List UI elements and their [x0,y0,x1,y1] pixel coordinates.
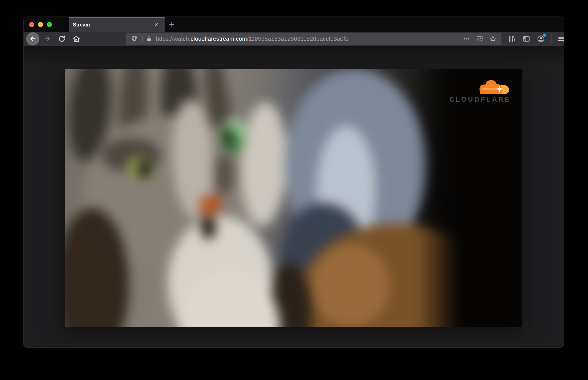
browser-window: Stream ✕ + [24,17,564,347]
back-arrow-icon [29,35,37,43]
url-domain: cloudflarestream.com [190,36,247,42]
reload-button[interactable] [55,32,69,45]
account-button[interactable] [534,32,548,45]
url-bar[interactable]: https://watch.cloudflarestream.com/11859… [126,33,502,45]
url-text: https://watch.cloudflarestream.com/11859… [156,36,348,42]
minimize-window-button[interactable] [38,22,43,27]
account-notification-dot [543,34,546,37]
reload-icon [58,35,66,43]
tab-stream[interactable]: Stream ✕ [69,17,165,32]
tracking-protection-button[interactable] [129,34,139,44]
page-actions [461,34,498,44]
bookmark-star-button[interactable] [488,34,498,44]
urlbar-separator [142,36,143,42]
video-player[interactable]: CLOUDFLARE' [65,69,522,327]
save-to-pocket-button[interactable] [475,34,485,44]
video-frame-cat [65,69,522,327]
url-scheme: https://watch. [156,36,190,42]
pocket-icon [476,35,483,42]
cloudflare-logo: CLOUDFLARE' [438,76,512,103]
tab-close-button[interactable]: ✕ [152,21,160,29]
hamburger-menu-icon [557,35,564,43]
url-path: /118598a163a125631152ddaccfe3a0fb [247,36,348,42]
toolbar-separator [552,34,552,43]
forward-arrow-icon [43,35,52,43]
cloudflare-cloud-icon [473,76,511,95]
cloudflare-wordmark: CLOUDFLARE' [438,96,512,103]
zoom-window-button[interactable] [47,22,52,27]
close-window-button[interactable] [29,22,34,27]
star-icon [489,35,497,42]
page-content: CLOUDFLARE' [24,46,564,347]
cloudflare-trademark: ' [511,96,512,100]
tab-bar: Stream ✕ + [24,17,564,32]
sidebar-button[interactable] [520,32,533,45]
library-button[interactable] [505,32,519,45]
lock-icon [145,35,153,42]
navigation-toolbar: https://watch.cloudflarestream.com/11859… [24,32,564,46]
new-tab-button[interactable]: + [167,20,177,29]
ellipsis-icon [463,35,470,42]
shield-icon [131,35,138,42]
back-button[interactable] [26,32,39,45]
home-button[interactable] [70,32,83,45]
tab-title: Stream [73,22,90,28]
home-icon [72,35,81,43]
page-actions-button[interactable] [461,34,472,44]
menu-button[interactable] [555,32,564,45]
window-controls [29,17,52,32]
library-icon [508,35,516,43]
forward-button[interactable] [41,32,54,45]
sidebar-icon [522,35,531,43]
